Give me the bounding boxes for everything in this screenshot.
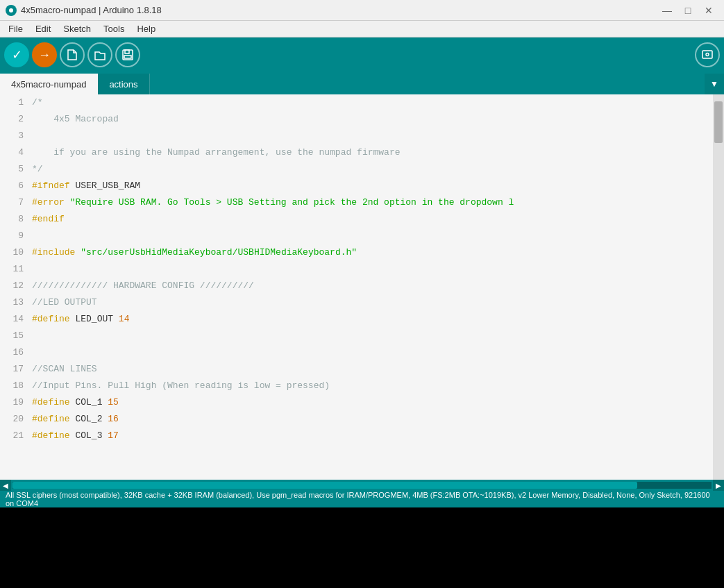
svg-rect-4 — [124, 56, 131, 58]
line-num-19: 19 — [0, 394, 29, 411]
line-num-6: 6 — [0, 178, 29, 194]
editor-container: 1 2 3 4 5 6 7 8 9 10 11 12 13 14 15 16 1… — [0, 94, 724, 480]
line-num-17: 17 — [0, 361, 29, 378]
menu-file[interactable]: File — [3, 22, 28, 35]
menu-edit[interactable]: Edit — [30, 22, 56, 35]
line-num-9: 9 — [0, 228, 29, 244]
code-line-12: ////////////// HARDWARE CONFIG /////////… — [32, 278, 713, 294]
code-line-4: if you are using the Numpad arrangement,… — [32, 144, 713, 161]
hscroll-left-button[interactable]: ◀ — [0, 480, 11, 491]
menu-sketch[interactable]: Sketch — [58, 22, 96, 35]
code-line-7: #error "Require USB RAM. Go Tools > USB … — [32, 194, 713, 211]
toolbar-right — [695, 42, 720, 67]
menu-help[interactable]: Help — [131, 22, 161, 35]
horizontal-scrollbar: ◀ ▶ — [0, 480, 724, 491]
line-num-20: 20 — [0, 411, 29, 428]
tab-actions[interactable]: actions — [98, 74, 149, 94]
code-line-14: #define LED_OUT 14 — [32, 311, 713, 328]
line-num-3: 3 — [0, 128, 29, 144]
hscroll-thumb[interactable] — [12, 482, 637, 489]
line-num-1: 1 — [0, 94, 29, 111]
menu-bar: File Edit Sketch Tools Help — [0, 21, 724, 37]
code-line-16 — [32, 344, 713, 361]
title-bar-left: 4x5macro-numpad | Arduino 1.8.18 — [6, 5, 162, 16]
code-line-2: 4x5 Macropad — [32, 111, 713, 128]
hscroll-right-button[interactable]: ▶ — [713, 480, 724, 491]
status-text: All SSL ciphers (most compatible), 32KB … — [6, 491, 718, 507]
line-num-7: 7 — [0, 194, 29, 211]
code-line-17: //SCAN LINES — [32, 361, 713, 378]
toolbar: ✓ → — [0, 37, 724, 72]
save-button[interactable] — [115, 42, 140, 67]
tab-main[interactable]: 4x5macro-numpad — [0, 74, 98, 94]
scrollbar-thumb[interactable] — [714, 101, 723, 143]
tabs-dropdown-button[interactable]: ▼ — [705, 74, 724, 94]
svg-rect-3 — [125, 50, 129, 53]
title-bar: 4x5macro-numpad | Arduino 1.8.18 — □ ✕ — [0, 0, 724, 21]
window-title: 4x5macro-numpad | Arduino 1.8.18 — [21, 5, 162, 15]
line-numbers: 1 2 3 4 5 6 7 8 9 10 11 12 13 14 15 16 1… — [0, 94, 29, 480]
line-num-8: 8 — [0, 211, 29, 228]
line-num-13: 13 — [0, 294, 29, 311]
code-line-19: #define COL_1 15 — [32, 394, 713, 411]
code-line-15 — [32, 328, 713, 344]
code-line-3 — [32, 128, 713, 144]
line-num-14: 14 — [0, 311, 29, 328]
line-num-2: 2 — [0, 111, 29, 128]
code-line-10: #include "src/userUsbHidMediaKeyboard/US… — [32, 244, 713, 261]
code-line-5: */ — [32, 161, 713, 178]
code-line-9 — [32, 228, 713, 244]
open-button[interactable] — [87, 42, 112, 67]
line-num-12: 12 — [0, 278, 29, 294]
code-editor[interactable]: /* 4x5 Macropad if you are using the Num… — [29, 94, 713, 480]
status-bar: All SSL ciphers (most compatible), 32KB … — [0, 491, 724, 507]
menu-tools[interactable]: Tools — [98, 22, 130, 35]
code-line-13: //LED OUTPUT — [32, 294, 713, 311]
svg-rect-5 — [702, 51, 712, 58]
title-bar-controls: — □ ✕ — [657, 3, 718, 18]
line-num-16: 16 — [0, 344, 29, 361]
minimize-button[interactable]: — — [657, 3, 677, 18]
verify-button[interactable]: ✓ — [4, 42, 29, 67]
serial-monitor-button[interactable] — [695, 42, 720, 67]
tabs-bar: 4x5macro-numpad actions ▼ — [0, 72, 724, 94]
close-button[interactable]: ✕ — [699, 3, 718, 18]
line-num-18: 18 — [0, 378, 29, 394]
upload-button[interactable]: → — [32, 42, 57, 67]
line-num-4: 4 — [0, 144, 29, 161]
line-num-5: 5 — [0, 161, 29, 178]
app-logo — [6, 5, 17, 16]
line-num-10: 10 — [0, 244, 29, 261]
console-area — [0, 507, 724, 588]
code-line-1: /* — [32, 94, 713, 111]
vertical-scrollbar[interactable] — [713, 94, 724, 480]
code-line-6: #ifndef USER_USB_RAM — [32, 178, 713, 194]
svg-point-1 — [9, 8, 13, 12]
code-line-8: #endif — [32, 211, 713, 228]
maximize-button[interactable]: □ — [678, 3, 698, 18]
new-button[interactable] — [60, 42, 85, 67]
code-line-20: #define COL_2 16 — [32, 411, 713, 428]
svg-point-6 — [706, 53, 709, 56]
code-line-11 — [32, 261, 713, 278]
line-num-15: 15 — [0, 328, 29, 344]
code-line-18: //Input Pins. Pull High (When reading is… — [32, 378, 713, 394]
hscroll-track[interactable] — [12, 482, 712, 489]
line-num-11: 11 — [0, 261, 29, 278]
code-line-21: #define COL_3 17 — [32, 428, 713, 444]
line-num-21: 21 — [0, 428, 29, 444]
